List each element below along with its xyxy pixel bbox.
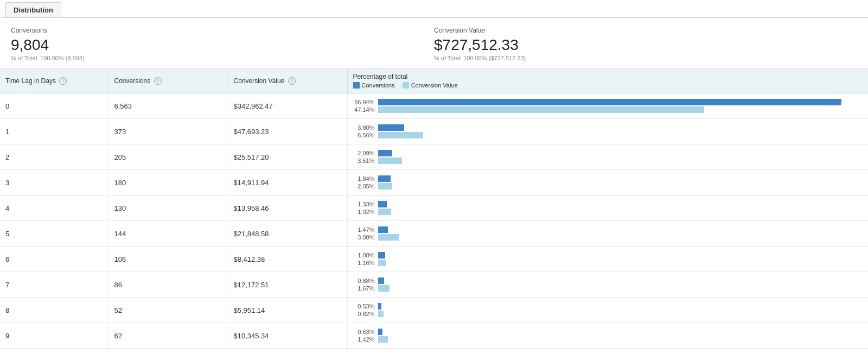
bar-track-conversions	[378, 278, 863, 284]
bar-label-val-pct: 1.42%	[353, 336, 375, 343]
bar-fill-conversions	[378, 226, 388, 233]
data-table: Time Lag in Days ? Conversions ? Convers…	[0, 68, 868, 353]
bar-fill-conversions	[378, 150, 393, 156]
cell-day: 10	[0, 349, 108, 354]
table-row: 1373$47,693.233.80%6.56%	[0, 119, 868, 144]
conversions-value: 9,804	[11, 36, 434, 54]
cell-day: 3	[0, 170, 108, 196]
cell-value: $12,172.51	[228, 272, 347, 298]
table-row: 1044$6,513.280.45%0.90%	[0, 349, 868, 354]
day-value: 7	[5, 281, 9, 289]
cell-day: 9	[0, 323, 108, 349]
table-body: 06,563$342,962.4766.94%47.14%1373$47,693…	[0, 93, 868, 354]
cell-percentage: 3.80%6.56%	[347, 119, 868, 144]
bar-row-conv-value: 3.51%	[353, 157, 863, 164]
day-value: 0	[5, 102, 9, 110]
conversions-help-icon[interactable]: ?	[154, 77, 162, 85]
bar-row-conv-value: 1.92%	[353, 209, 863, 215]
bar-row-conversions: 1.08%	[353, 252, 863, 259]
cell-value: $25,517.20	[228, 144, 347, 170]
conversion-value-block: Conversion Value $727,512.33 % of Total:…	[434, 27, 857, 61]
cell-day: 2	[0, 144, 108, 170]
legend-conversion-value-color	[403, 82, 409, 89]
day-value: 5	[5, 230, 9, 238]
cell-conversions: 130	[108, 196, 228, 221]
bar-fill-conv-value	[378, 132, 424, 138]
bar-group: 1.84%2.05%	[353, 173, 863, 192]
bar-track-conv-value	[378, 285, 863, 292]
bar-row-conversions: 0.53%	[353, 303, 863, 310]
bar-track-conversions	[378, 124, 863, 131]
cell-day: 6	[0, 247, 108, 272]
bar-fill-conv-value	[378, 260, 386, 266]
time-lag-help-icon[interactable]: ?	[59, 77, 67, 85]
bar-track-conversions	[378, 252, 863, 259]
bar-group: 1.47%3.00%	[353, 224, 863, 243]
bar-track-conversions	[378, 150, 863, 156]
bar-fill-conv-value	[378, 106, 705, 113]
bar-row-conversions: 1.84%	[353, 175, 863, 182]
cell-conversions: 180	[108, 170, 228, 196]
bar-row-conversions: 0.88%	[353, 278, 863, 284]
cell-day: 4	[0, 196, 108, 221]
bar-row-conv-value: 1.16%	[353, 260, 863, 266]
bar-label-val-pct: 1.16%	[353, 260, 375, 266]
bar-label-conv-pct: 66.94%	[353, 99, 375, 105]
bar-track-conversions	[378, 329, 863, 335]
legend-conversions-label: Conversions	[362, 82, 395, 89]
bar-fill-conv-value	[378, 336, 388, 343]
table-row: 4130$13,958.461.33%1.92%	[0, 196, 868, 221]
bar-fill-conversions	[378, 201, 387, 207]
bar-row-conv-value: 1.67%	[353, 285, 863, 292]
cell-percentage: 1.47%3.00%	[347, 221, 868, 247]
bar-row-conv-value: 1.42%	[353, 336, 863, 343]
bar-fill-conversions	[378, 303, 382, 310]
bar-fill-conversions	[378, 252, 386, 259]
bar-row-conv-value: 47.14%	[353, 106, 863, 113]
cell-conversions: 6,563	[108, 93, 228, 119]
legend-conversions-color	[353, 82, 360, 89]
bar-label-val-pct: 0.82%	[353, 311, 375, 317]
bar-track-conv-value	[378, 311, 863, 317]
cell-conversions: 373	[108, 119, 228, 144]
bar-track-conversions	[378, 175, 863, 182]
day-value: 1	[5, 128, 9, 136]
bar-track-conversions	[378, 201, 863, 207]
conversions-sub: % of Total: 100.00% (9,804)	[11, 55, 434, 61]
day-value: 2	[5, 153, 9, 161]
cell-percentage: 2.09%3.51%	[347, 144, 868, 170]
bar-group: 0.88%1.67%	[353, 275, 863, 294]
cell-percentage: 0.53%0.82%	[347, 298, 868, 323]
bar-row-conv-value: 0.82%	[353, 311, 863, 317]
legend-conversion-value-label: Conversion Value	[411, 82, 458, 89]
bar-fill-conv-value	[378, 285, 390, 292]
bar-label-val-pct: 47.14%	[353, 106, 375, 113]
bar-group: 1.08%1.16%	[353, 250, 863, 268]
cell-conversions: 144	[108, 221, 228, 247]
day-value: 4	[5, 204, 9, 212]
cell-conversions: 106	[108, 247, 228, 272]
cell-day: 5	[0, 221, 108, 247]
bar-label-val-pct: 1.67%	[353, 285, 375, 292]
bar-label-conv-pct: 3.80%	[353, 124, 375, 131]
bar-label-val-pct: 3.00%	[353, 234, 375, 241]
cell-day: 8	[0, 298, 108, 323]
bar-group: 66.94%47.14%	[353, 97, 863, 115]
cell-day: 1	[0, 119, 108, 144]
cell-conversions: 62	[108, 323, 228, 349]
bar-label-conv-pct: 1.84%	[353, 175, 375, 182]
conversion-value-help-icon[interactable]: ?	[288, 77, 296, 85]
distribution-tab[interactable]: Distribution	[5, 2, 61, 17]
bar-fill-conversions	[378, 278, 384, 284]
bar-track-conv-value	[378, 260, 863, 266]
bar-label-conv-pct: 1.08%	[353, 252, 375, 259]
header-time-lag: Time Lag in Days ?	[0, 68, 108, 93]
bar-row-conversions: 1.33%	[353, 201, 863, 207]
bar-row-conv-value: 3.00%	[353, 234, 863, 241]
bar-row-conv-value: 6.56%	[353, 132, 863, 138]
cell-percentage: 1.84%2.05%	[347, 170, 868, 196]
legend-conversions: Conversions	[353, 82, 395, 89]
table-row: 2205$25,517.202.09%3.51%	[0, 144, 868, 170]
cell-percentage: 0.45%0.90%	[347, 349, 868, 354]
cell-conversions: 205	[108, 144, 228, 170]
